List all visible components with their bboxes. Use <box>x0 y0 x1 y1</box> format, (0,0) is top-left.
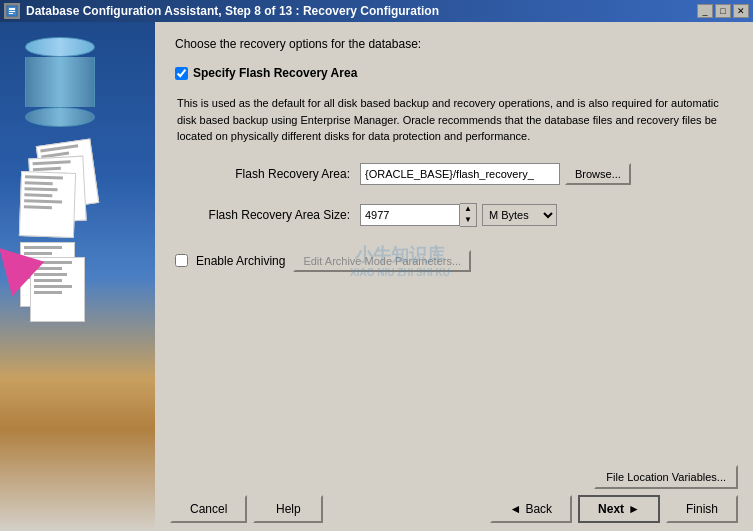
flash-recovery-checkbox-label[interactable]: Specify Flash Recovery Area <box>193 66 357 80</box>
bottom-bar: File Location Variables... Cancel Help ◄… <box>155 457 753 531</box>
next-button[interactable]: Next ► <box>578 495 660 523</box>
flash-recovery-area-input[interactable] <box>360 163 560 185</box>
title-bar-left: Database Configuration Assistant, Step 8… <box>4 3 439 19</box>
maximize-button[interactable]: □ <box>715 4 731 18</box>
spinner-down-button[interactable]: ▼ <box>460 215 476 226</box>
file-location-button[interactable]: File Location Variables... <box>594 465 738 489</box>
flash-recovery-description: This is used as the default for all disk… <box>177 95 733 145</box>
title-bar: Database Configuration Assistant, Step 8… <box>0 0 753 22</box>
app-icon <box>4 3 20 19</box>
archiving-row: Enable Archiving Edit Archive Mode Param… <box>175 250 733 272</box>
flash-recovery-area-row: Flash Recovery Area: Browse... <box>175 163 733 185</box>
browse-button[interactable]: Browse... <box>565 163 631 185</box>
enable-archiving-label[interactable]: Enable Archiving <box>196 254 285 268</box>
next-label: Next <box>598 502 624 516</box>
size-spinner: ▲ ▼ <box>360 203 477 227</box>
cylinder-top <box>25 37 95 57</box>
enable-archiving-checkbox[interactable] <box>175 254 188 267</box>
content-area: Choose the recovery options for the data… <box>155 22 753 531</box>
finish-button[interactable]: Finish <box>666 495 738 523</box>
back-label: Back <box>525 502 552 516</box>
cylinder-body <box>25 57 95 107</box>
db-cylinder <box>25 37 95 127</box>
flash-recovery-size-label: Flash Recovery Area Size: <box>175 208 360 222</box>
title-buttons: _ □ ✕ <box>697 4 749 18</box>
nav-row: Cancel Help ◄ Back Next ► Finish <box>170 495 738 523</box>
nav-right: ◄ Back Next ► Finish <box>490 495 739 523</box>
svg-rect-3 <box>9 13 13 14</box>
content-inner: Choose the recovery options for the data… <box>155 22 753 457</box>
size-unit-select[interactable]: K Bytes M Bytes G Bytes <box>482 204 557 226</box>
instruction-text: Choose the recovery options for the data… <box>175 37 733 51</box>
flash-recovery-area-label: Flash Recovery Area: <box>175 167 360 181</box>
cylinder-bottom <box>25 107 95 127</box>
paper-3 <box>19 171 76 238</box>
spinner-up-button[interactable]: ▲ <box>460 204 476 215</box>
file-location-row: File Location Variables... <box>170 465 738 489</box>
flash-recovery-checkbox[interactable] <box>175 67 188 80</box>
back-arrow-icon: ◄ <box>510 502 522 516</box>
edit-archive-mode-button[interactable]: Edit Archive Mode Parameters... <box>293 250 471 272</box>
close-button[interactable]: ✕ <box>733 4 749 18</box>
flash-recovery-area-input-group: Browse... <box>360 163 733 185</box>
title-text: Database Configuration Assistant, Step 8… <box>26 4 439 18</box>
flash-recovery-size-row: Flash Recovery Area Size: ▲ ▼ K Bytes M … <box>175 203 733 227</box>
main-container: Choose the recovery options for the data… <box>0 22 753 531</box>
help-button[interactable]: Help <box>253 495 323 523</box>
flash-recovery-size-input-group: ▲ ▼ K Bytes M Bytes G Bytes <box>360 203 733 227</box>
minimize-button[interactable]: _ <box>697 4 713 18</box>
left-panel <box>0 22 155 531</box>
spinner-buttons: ▲ ▼ <box>460 203 477 227</box>
svg-rect-2 <box>9 11 15 12</box>
back-button[interactable]: ◄ Back <box>490 495 573 523</box>
flash-recovery-size-input[interactable] <box>360 204 460 226</box>
svg-rect-1 <box>9 8 15 10</box>
nav-left: Cancel Help <box>170 495 323 523</box>
flash-recovery-checkbox-row: Specify Flash Recovery Area <box>175 66 733 80</box>
cancel-button[interactable]: Cancel <box>170 495 247 523</box>
next-arrow-icon: ► <box>628 502 640 516</box>
